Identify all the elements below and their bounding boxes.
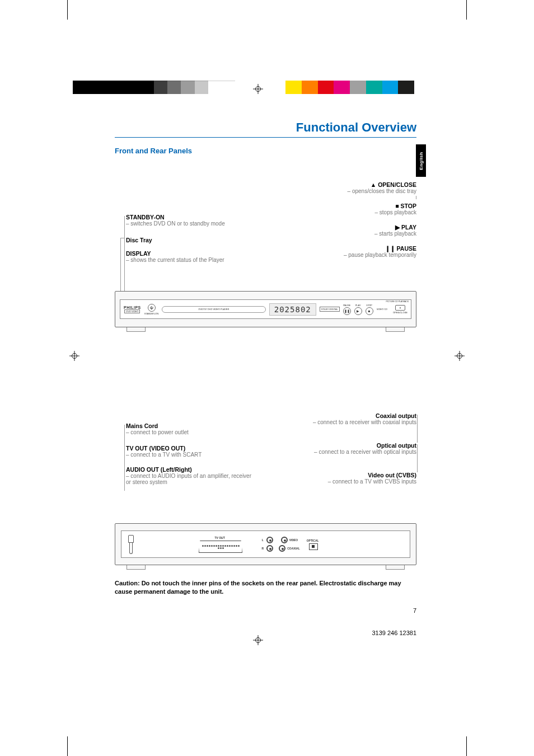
caution-text: Caution: Do not touch the inner pins of … (115, 579, 416, 596)
callout-cvbs: Video out (CVBS) – connect to a TV with … (288, 472, 416, 485)
callout-tvout: TV OUT (VIDEO OUT) – connect to a TV wit… (126, 445, 255, 458)
grayscale-calibration-bar (73, 81, 235, 94)
rear-panel-diagram: Mains Cord – connect to power outlet TV … (115, 411, 416, 565)
stop-icon: ■ (395, 203, 399, 209)
video-label: VIDEO (289, 538, 298, 542)
pause-button[interactable]: ❚❚ (343, 307, 351, 315)
callout-heading: DISPLAY (126, 250, 255, 257)
crop-mark (466, 0, 467, 20)
callout-heading: OPEN/CLOSE (378, 181, 416, 188)
pause-label: PAUSE (343, 304, 350, 307)
callout-desc: – opens/closes the disc tray (288, 188, 416, 194)
dvd-front-panel: PHILIPS DVD VIDEO ⏻ STANDBY-ON DVD737 DV… (115, 291, 416, 327)
language-tab: English (416, 144, 426, 177)
leader-line (417, 415, 418, 443)
registration-mark-icon (253, 635, 263, 645)
callout-desc: – connect to a TV with CVBS inputs (288, 478, 416, 485)
callout-disc-tray: Disc Tray (126, 237, 255, 243)
callout-heading: STANDBY-ON (126, 214, 255, 220)
page-title: Functional Overview (115, 120, 416, 138)
callout-standby: STANDBY-ON – switches DVD ON or to stand… (126, 214, 255, 227)
leader-line (124, 425, 125, 491)
callout-heading: Mains Cord (126, 422, 255, 429)
callout-coaxial: Coaxial output – connect to a receiver w… (288, 412, 416, 425)
open-close-label: OPEN/CLOSE (393, 311, 407, 314)
callout-heading: AUDIO OUT (Left/Right) (126, 466, 255, 473)
language-label: English (419, 152, 424, 170)
crop-mark (466, 736, 467, 756)
brand-logo: PHILIPS (124, 306, 141, 309)
section-heading: Front and Rear Panels (115, 147, 416, 155)
callout-desc: – pause playback temporarily (288, 252, 416, 258)
document-page: Functional Overview Front and Rear Panel… (0, 0, 534, 756)
callout-heading: Disc Tray (126, 237, 255, 243)
callout-audio-out: AUDIO OUT (Left/Right) – connect to AUDI… (126, 466, 255, 485)
callout-heading: Coaxial output (288, 412, 416, 419)
stop-label: STOP (366, 304, 372, 307)
eject-icon: ▲ (371, 181, 376, 188)
audio-r-label: R (262, 547, 264, 550)
picture-cd-label: PICTURE CD PLAYBACK (386, 300, 409, 303)
callout-display: DISPLAY – shows the current status of th… (126, 250, 255, 263)
callout-desc: – connect to a receiver with coaxial inp… (288, 419, 416, 425)
callout-desc: – connect to a receiver with optical inp… (288, 449, 416, 455)
crop-mark (67, 0, 68, 20)
front-panel-strip: PHILIPS DVD VIDEO ⏻ STANDBY-ON DVD737 DV… (120, 299, 411, 319)
callout-heading: TV OUT (VIDEO OUT) (126, 445, 255, 452)
display-readout: 2025802 (269, 303, 316, 316)
leader-line (120, 238, 124, 238)
scart-connector (199, 541, 242, 553)
open-close-button[interactable]: ▲ (395, 305, 405, 311)
callout-desc: – connect to AUDIO inputs of an amplifie… (126, 473, 255, 485)
rear-panel-strip: TV OUT L R VIDEO COAXIAL OPTICAL (121, 530, 410, 558)
callout-heading: PLAY (401, 224, 416, 231)
standby-button[interactable]: ⏻ (148, 304, 156, 312)
audio-l-label: L (262, 538, 264, 542)
title-block: Functional Overview Front and Rear Panel… (115, 120, 416, 155)
callout-heading: PAUSE (397, 245, 416, 252)
device-foot (386, 565, 405, 570)
callout-pause: ❙❙ PAUSE – pause playback temporarily (288, 245, 416, 258)
callout-heading: Video out (CVBS) (288, 472, 416, 478)
leader-line (124, 216, 125, 301)
registration-mark-icon (455, 351, 465, 361)
coaxial-jack (279, 545, 285, 552)
disc-tray-slot[interactable]: DVD737 DVD VIDEO PLAYER (162, 306, 265, 313)
registration-mark-icon (69, 351, 79, 361)
optical-label: OPTICAL (307, 539, 319, 542)
dolby-badge: DOLBY DIGITAL (320, 307, 340, 312)
callout-stop: ■ STOP – stops playback (288, 203, 416, 215)
video-jack (281, 537, 288, 543)
callout-desc: – starts playback (288, 231, 416, 237)
leader-line (416, 196, 416, 199)
device-foot (386, 327, 405, 332)
standby-label: STANDBY-ON (144, 312, 159, 315)
crop-mark (67, 736, 68, 756)
page-number: 7 (413, 607, 416, 614)
callout-heading: Optical output (288, 442, 416, 449)
mains-cord (127, 535, 135, 554)
device-foot (127, 565, 146, 570)
audio-r-jack (266, 545, 273, 552)
pause-icon: ❙❙ (385, 245, 395, 252)
play-label: PLAY (355, 304, 361, 307)
audio-l-jack (266, 537, 273, 543)
callout-desc: – shows the current status of the Player (126, 257, 255, 263)
leader-line (417, 444, 418, 472)
front-panel-diagram: STANDBY-ON – switches DVD ON or to stand… (115, 168, 416, 327)
dvd-video-badge: DVD VIDEO (124, 309, 140, 313)
coaxial-label: COAXIAL (287, 547, 300, 550)
device-foot (127, 327, 146, 332)
callout-mains: Mains Cord – connect to power outlet (126, 422, 255, 435)
callout-desc: – connect to a TV with SCART (126, 452, 255, 458)
play-button[interactable]: ▶ (354, 307, 362, 315)
stop-button[interactable]: ■ (366, 307, 373, 315)
dvd-rear-panel: TV OUT L R VIDEO COAXIAL OPTICAL (115, 523, 416, 565)
optical-jack (309, 543, 318, 550)
registration-mark-icon (253, 84, 263, 94)
tv-out-label: TV OUT (214, 536, 224, 539)
vcd-badge: VIDEO CD (377, 308, 387, 311)
document-id: 3139 246 12381 (372, 630, 416, 636)
callout-desc: – stops playback (288, 209, 416, 215)
color-calibration-bar (285, 81, 414, 94)
